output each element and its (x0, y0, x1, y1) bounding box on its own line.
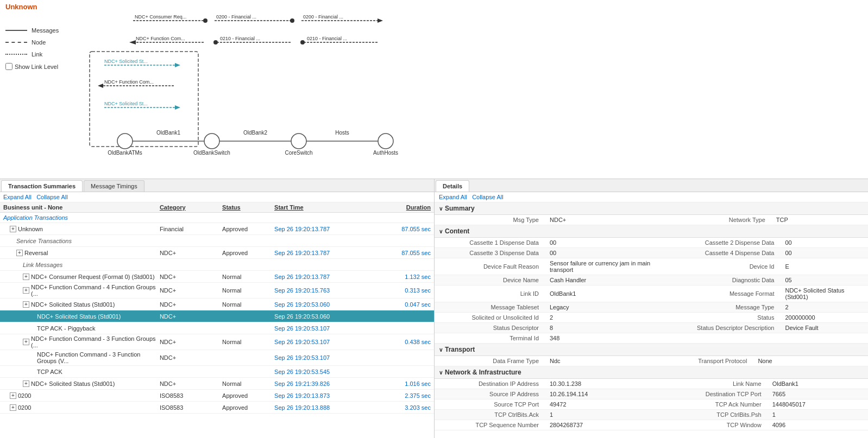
field-value: 8 (543, 323, 670, 333)
tx-duration: 0.047 sec (368, 301, 431, 308)
tab-transaction-summaries[interactable]: Transaction Summaries (1, 180, 83, 192)
table-row[interactable]: + NDC+ Function Command - 3 Function Gro… (0, 334, 434, 350)
collapse-all-right[interactable]: Collapse All (472, 194, 503, 200)
expand-all-left[interactable]: Expand All (3, 194, 32, 200)
col-header-category: Category (160, 204, 222, 211)
tx-name-col: TCP ACK - Piggyback (3, 325, 160, 332)
expand-btn[interactable]: + (16, 250, 23, 256)
tx-duration: 1.016 sec (368, 380, 431, 387)
table-row: Device Name Cash Handler Diagnostic Data… (435, 275, 868, 285)
details-network-table: Destination IP Address 10.30.1.238 Link … (435, 379, 868, 430)
field-label: Solicited or Unsolicited Id (435, 313, 543, 323)
svg-point-7 (378, 134, 393, 149)
tx-duration: 0.313 sec (368, 287, 431, 294)
show-link-level[interactable]: Show Link Level (5, 63, 59, 70)
tx-category: NDC+ (160, 250, 222, 256)
table-row[interactable]: Link Messages (0, 259, 434, 271)
tx-name-col: Link Messages (3, 262, 160, 268)
section-summary-title[interactable]: Summary (435, 202, 868, 215)
show-link-level-checkbox[interactable] (5, 63, 12, 70)
tx-status: Approved (222, 250, 274, 256)
svg-text:CoreSwitch: CoreSwitch (285, 150, 312, 156)
table-row: Status Descriptor 8 Status Descriptor De… (435, 323, 868, 333)
field-value: Sensor failure or currency jam in main t… (543, 258, 670, 275)
tx-name-label: NDC+ Function Command - 3 Function Group… (3, 351, 160, 364)
field-label: Device Name (435, 275, 543, 285)
expand-btn[interactable]: + (23, 287, 29, 294)
tx-status: Approved (222, 404, 274, 411)
tx-name-col: + NDC+ Consumer Request (Format 0) (Std0… (3, 274, 160, 280)
svg-point-4 (117, 134, 133, 149)
field-value: 2 (543, 313, 670, 323)
svg-marker-37 (98, 84, 103, 88)
expand-btn[interactable]: + (23, 380, 29, 387)
collapse-all-left[interactable]: Collapse All (36, 194, 67, 200)
tab-message-timings[interactable]: Message Timings (84, 180, 144, 192)
expand-all-right[interactable]: Expand All (439, 194, 467, 200)
table-row: TCP Sequence Number 2804268737 TCP Windo… (435, 420, 868, 430)
tx-name-col: + NDC+ Solicited Status (Std001) (3, 380, 160, 387)
table-row[interactable]: + Reversal NDC+ Approved Sep 26 19:20:13… (0, 247, 434, 259)
svg-marker-40 (175, 105, 180, 110)
tx-category: Financial (160, 226, 222, 232)
section-network-title[interactable]: Network & Infrastructure (435, 366, 868, 379)
app-transactions-link[interactable]: Application Transactions (3, 214, 68, 221)
expand-btn[interactable]: + (23, 339, 29, 345)
table-row[interactable]: Service Transactions (0, 235, 434, 247)
svg-text:OldBank1: OldBank1 (156, 130, 180, 136)
table-row[interactable]: + Unknown Financial Approved Sep 26 19:2… (0, 223, 434, 235)
tx-name-label: Reversal (24, 250, 48, 256)
left-panel: Transaction Summaries Message Timings Ex… (0, 179, 435, 438)
transaction-list: + Unknown Financial Approved Sep 26 19:2… (0, 223, 434, 438)
legend-link: Link (5, 51, 59, 58)
field-label: Data Frame Type (435, 356, 543, 366)
table-row[interactable]: + NDC+ Solicited Status (Std001) NDC+ No… (0, 378, 434, 390)
details-tab-bar: Details (435, 179, 868, 192)
tx-starttime: Sep 26 19:20:13.787 (274, 250, 368, 256)
expand-btn[interactable]: + (10, 226, 16, 232)
field-value2: TCP (770, 215, 868, 225)
table-row[interactable]: TCP ACK - Piggyback Sep 26 19:20:53.107 (0, 322, 434, 334)
tab-details[interactable]: Details (436, 180, 469, 192)
diagram-svg: OldBankATMs OldBankSwitch CoreSwitch Aut… (81, 0, 462, 179)
table-row: Destination IP Address 10.30.1.238 Link … (435, 379, 868, 389)
tx-duration: 0.438 sec (368, 339, 431, 345)
tx-status: Approved (222, 226, 274, 232)
tx-name-label: NDC+ Function Command - 3 Function Group… (31, 335, 160, 348)
tx-starttime: Sep 26 19:20:13.888 (274, 404, 368, 411)
expand-btn[interactable]: + (23, 301, 29, 308)
svg-text:OldBank2: OldBank2 (243, 130, 267, 136)
section-content-title[interactable]: Content (435, 225, 868, 238)
svg-text:NDC+ Consumer Req...: NDC+ Consumer Req... (135, 14, 186, 20)
field-label2: Message Type (670, 302, 778, 313)
expand-btn[interactable]: + (10, 404, 16, 411)
field-label: Source IP Address (435, 389, 543, 399)
svg-marker-25 (129, 40, 136, 45)
app-transactions-label: Application Transactions (0, 213, 434, 223)
table-row[interactable]: NDC+ Solicited Status (Std001) NDC+ Sep … (0, 310, 434, 322)
svg-text:OldBankSwitch: OldBankSwitch (193, 150, 230, 156)
table-row[interactable]: + NDC+ Solicited Status (Std001) NDC+ No… (0, 299, 434, 310)
table-row[interactable]: + NDC+ Consumer Request (Format 0) (Std0… (0, 271, 434, 283)
svg-text:Hosts: Hosts (335, 130, 349, 136)
field-value2: 1 (766, 410, 868, 420)
legend-node: Node (5, 39, 59, 46)
table-row[interactable]: TCP ACK Sep 26 19:20:53.545 (0, 366, 434, 378)
section-transport-title[interactable]: Transport (435, 344, 868, 356)
legend-messages: Messages (5, 27, 59, 34)
tx-name-label: 0200 (18, 404, 31, 411)
expand-btn[interactable]: + (10, 392, 16, 399)
tx-starttime: Sep 26 19:20:53.060 (274, 313, 368, 320)
svg-text:0200 - Financial ...: 0200 - Financial ... (303, 14, 343, 20)
table-row[interactable]: + 0200 ISO8583 Approved Sep 26 19:20:13.… (0, 402, 434, 414)
table-row[interactable]: + 0200 ISO8583 Approved Sep 26 19:20:13.… (0, 390, 434, 402)
table-row: TCP CtrlBits.Ack 1 TCP CtrlBits.Psh 1 (435, 410, 868, 420)
expand-btn[interactable]: + (23, 274, 29, 280)
table-row[interactable]: + NDC+ Function Command - 4 Function Gro… (0, 283, 434, 299)
tx-status: Normal (222, 274, 274, 280)
tx-name-col: + 0200 (3, 392, 160, 399)
field-label: TCP CtrlBits.Ack (435, 410, 543, 420)
field-label: TCP Sequence Number (435, 420, 543, 430)
table-row[interactable]: NDC+ Function Command - 3 Function Group… (0, 350, 434, 366)
details-summary-table: Msg Type NDC+ Network Type TCP (435, 215, 868, 225)
